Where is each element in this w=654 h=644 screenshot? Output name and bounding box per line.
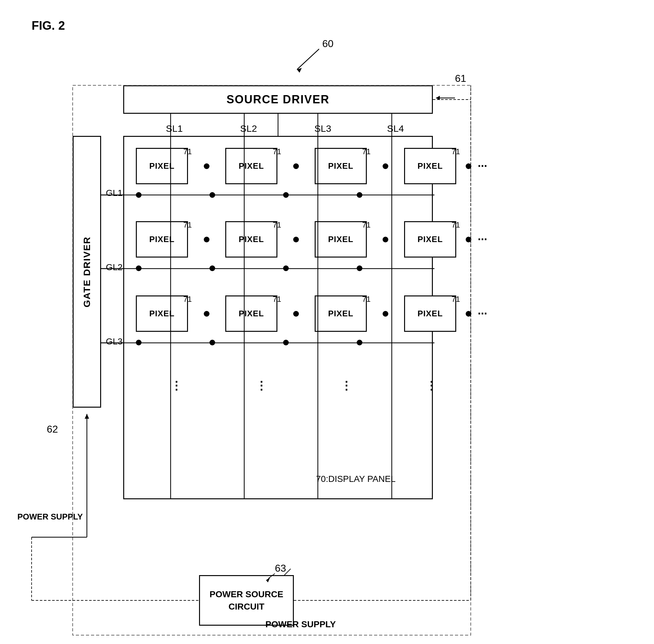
figure-label: FIG. 2 (31, 19, 65, 32)
dot-r1-4 (466, 163, 471, 169)
gl2-label: GL2 (106, 262, 123, 272)
dot-r3-3 (382, 311, 388, 317)
power-source-label: POWER SOURCECIRCUIT (209, 588, 283, 613)
ellipsis-b2: ⋮ (256, 379, 267, 392)
pixel-row-3: PIXEL 71 PIXEL 71 PIXEL 71 PIXEL 71 ··· (136, 296, 487, 332)
dot-r3-1 (204, 311, 209, 317)
pixel-box: PIXEL (136, 296, 188, 332)
ref-71-r1c4: 71 (451, 147, 460, 156)
ref-71-r2c2: 71 (273, 221, 281, 229)
ellipsis-b4: ⋮ (426, 379, 437, 392)
ref-71-r3c1: 71 (183, 295, 192, 304)
diagram: FIG. 2 60 61 SOURCE DRIVER SL1 SL2 SL3 S… (0, 0, 654, 644)
gl2-dot-4 (357, 266, 363, 271)
power-supply-bottom-label: POWER SUPPLY (265, 619, 336, 629)
gl2-dot-1 (136, 266, 142, 271)
gate-driver-box: GATE DRIVER (73, 136, 101, 408)
pixel-cell-2-3: PIXEL 71 (315, 221, 367, 257)
gl1-dot-4 (357, 192, 363, 198)
power-source-circuit-box: POWER SOURCECIRCUIT (199, 575, 294, 626)
ref-62: 62 (47, 423, 58, 435)
dot-r2-4 (466, 237, 471, 243)
ellipsis-r1: ··· (478, 160, 487, 173)
ellipsis-b1: ⋮ (171, 379, 182, 392)
pixel-box: PIXEL (404, 148, 456, 184)
ref-61: 61 (455, 73, 466, 84)
gl3-dots-row (136, 340, 366, 345)
pixel-cell-1-4: PIXEL 71 (404, 148, 456, 184)
gl1-dot-1 (136, 192, 142, 198)
gl3-dot-2 (209, 340, 215, 345)
pixel-cell-3-2: PIXEL 71 (225, 296, 277, 332)
ref-71-r1c3: 71 (362, 147, 371, 156)
sl4-label: SL4 (387, 123, 404, 134)
dot-r3-2 (293, 311, 299, 317)
pixel-box: PIXEL (315, 148, 367, 184)
pixel-row-2: PIXEL 71 PIXEL 71 PIXEL 71 PIXEL 71 ··· (136, 221, 487, 257)
svg-marker-13 (85, 414, 89, 419)
gl2-dot-3 (283, 266, 289, 271)
dot-r1-3 (382, 163, 388, 169)
sl1-label: SL1 (166, 123, 183, 134)
pixel-box: PIXEL (225, 296, 277, 332)
gl2-dots-row (136, 266, 366, 271)
ref-71-r3c2: 71 (273, 295, 281, 304)
sl3-label: SL3 (314, 123, 331, 134)
gl3-label: GL3 (106, 337, 123, 347)
source-driver-label: SOURCE DRIVER (227, 93, 329, 106)
pixel-cell-3-1: PIXEL 71 (136, 296, 188, 332)
pixel-box: PIXEL (136, 148, 188, 184)
ref-63: 63 (275, 562, 286, 574)
pixel-cell-2-4: PIXEL 71 (404, 221, 456, 257)
ref-71-r1c1: 71 (183, 147, 192, 156)
bottom-ellipsis: ⋮ ⋮ ⋮ ⋮ (171, 379, 437, 392)
ref-60: 60 (322, 38, 334, 50)
ref-71-r2c3: 71 (362, 221, 371, 229)
dot-r2-3 (382, 237, 388, 243)
svg-marker-3 (436, 96, 440, 100)
pixel-box: PIXEL (136, 221, 188, 257)
gl1-dot-2 (209, 192, 215, 198)
ref-71-r1c2: 71 (273, 147, 281, 156)
pixel-cell-2-1: PIXEL 71 (136, 221, 188, 257)
dot-r2-1 (204, 237, 209, 243)
power-supply-left-label: POWER SUPPLY (17, 512, 83, 522)
dot-r3-4 (466, 311, 471, 317)
ref-71-r2c4: 71 (451, 221, 460, 229)
gl2-dot-2 (209, 266, 215, 271)
svg-line-0 (297, 49, 319, 70)
dot-r1-2 (293, 163, 299, 169)
ref-71-r3c3: 71 (362, 295, 371, 304)
pixel-cell-1-1: PIXEL 71 (136, 148, 188, 184)
gl3-dot-3 (283, 340, 289, 345)
ellipsis-r2: ··· (478, 233, 487, 246)
svg-marker-1 (297, 68, 302, 73)
pixel-cell-3-3: PIXEL 71 (315, 296, 367, 332)
pixel-cell-3-4: PIXEL 71 (404, 296, 456, 332)
pixel-box: PIXEL (315, 221, 367, 257)
source-driver-box: SOURCE DRIVER (123, 85, 433, 114)
pixel-box: PIXEL (225, 148, 277, 184)
pixel-cell-2-2: PIXEL 71 (225, 221, 277, 257)
gl1-label: GL1 (106, 188, 123, 198)
gl3-dot-1 (136, 340, 142, 345)
pixel-box: PIXEL (315, 296, 367, 332)
dot-r2-2 (293, 237, 299, 243)
gl1-dot-3 (283, 192, 289, 198)
pixel-row-1: PIXEL 71 PIXEL 71 PIXEL 71 PIXEL 71 ··· (136, 148, 487, 184)
ellipsis-r3: ··· (478, 307, 487, 320)
ellipsis-b3: ⋮ (341, 379, 352, 392)
display-panel-label: 70:DISPLAY PANEL (316, 474, 396, 484)
pixel-cell-1-3: PIXEL 71 (315, 148, 367, 184)
gl3-dot-4 (357, 340, 363, 345)
ref-71-r3c4: 71 (451, 295, 460, 304)
ref-71-r2c1: 71 (183, 221, 192, 229)
sl2-label: SL2 (240, 123, 257, 134)
pixel-box: PIXEL (404, 221, 456, 257)
pixel-cell-1-2: PIXEL 71 (225, 148, 277, 184)
gl1-dots-row (136, 192, 366, 198)
pixel-box: PIXEL (404, 296, 456, 332)
gate-driver-label: GATE DRIVER (81, 236, 92, 307)
dot-r1-1 (204, 163, 209, 169)
pixel-box: PIXEL (225, 221, 277, 257)
